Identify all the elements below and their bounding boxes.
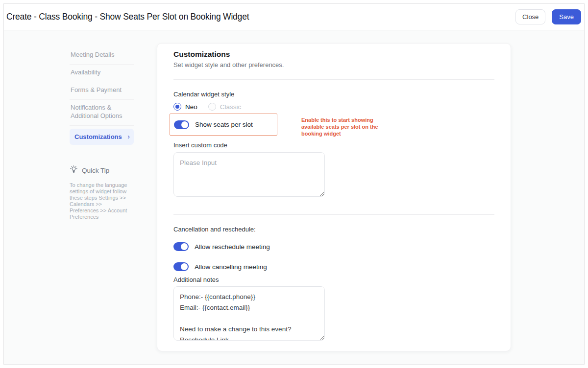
widget-style-radio-group: Neo Classic [173, 102, 494, 111]
divider [173, 79, 494, 80]
custom-code-textarea[interactable] [173, 152, 325, 197]
quick-tip: Quick Tip To change the language setting… [70, 165, 134, 220]
radio-disabled-icon [208, 103, 216, 111]
radio-option-neo[interactable]: Neo [173, 103, 197, 111]
additional-notes-label: Additional notes [173, 276, 494, 284]
body: Meeting Details Availability Forms & Pay… [4, 30, 584, 364]
allow-cancelling-toggle[interactable] [173, 262, 189, 271]
additional-notes-textarea[interactable]: Phone:- {{contact.phone}} Email:- {{cont… [173, 286, 325, 341]
radio-label-neo: Neo [185, 103, 197, 111]
lightbulb-icon [70, 165, 78, 176]
save-button[interactable]: Save [552, 9, 581, 24]
customizations-card: Customizations Set widget style and othe… [157, 43, 511, 351]
custom-code-label: Insert custom code [173, 141, 494, 149]
annotation-highlight-box: Show seats per slot [170, 114, 277, 136]
allow-reschedule-row: Allow reschedule meeting [173, 242, 494, 251]
sidebar-item-forms-payment[interactable]: Forms & Payment [70, 82, 134, 100]
show-seats-toggle[interactable] [174, 120, 189, 129]
header: Create - Class Booking - Show Seats Per … [4, 4, 584, 30]
nav-list: Meeting Details Availability Forms & Pay… [70, 47, 134, 145]
quick-tip-body: To change the language settings of widge… [70, 182, 129, 220]
radio-label-classic: Classic [220, 103, 242, 111]
sidebar-item-customizations[interactable]: Customizations › [70, 129, 134, 145]
show-seats-label: Show seats per slot [195, 121, 253, 128]
allow-cancelling-row: Allow cancelling meeting [173, 262, 494, 271]
quick-tip-header: Quick Tip [70, 165, 134, 176]
cancellation-label: Cancellation and reschedule: [173, 226, 494, 233]
annotation-text: Enable this to start showing available s… [301, 116, 389, 137]
sidebar: Meeting Details Availability Forms & Pay… [70, 47, 134, 220]
section-subtitle: Set widget style and other preferences. [173, 61, 494, 69]
toggle-knob [181, 263, 188, 270]
calendar-widget-style-label: Calendar widget style [173, 91, 494, 98]
section-title: Customizations [173, 50, 494, 58]
radio-option-classic: Classic [208, 103, 242, 111]
chevron-right-icon: › [127, 134, 130, 140]
allow-reschedule-label: Allow reschedule meeting [195, 243, 270, 251]
show-seats-row: Show seats per slot Enable this to start… [170, 114, 494, 136]
sidebar-item-label: Customizations [74, 133, 122, 141]
allow-reschedule-toggle[interactable] [173, 242, 189, 251]
sidebar-item-meeting-details[interactable]: Meeting Details [70, 47, 134, 65]
sidebar-item-availability[interactable]: Availability [70, 65, 134, 82]
quick-tip-title: Quick Tip [82, 167, 109, 174]
sidebar-item-notifications[interactable]: Notifications & Additional Options [70, 100, 134, 126]
close-button[interactable]: Close [515, 9, 545, 24]
toggle-knob [181, 121, 188, 128]
page-title: Create - Class Booking - Show Seats Per … [6, 12, 249, 22]
allow-cancelling-label: Allow cancelling meeting [195, 263, 267, 271]
page-frame: Create - Class Booking - Show Seats Per … [3, 3, 585, 365]
toggle-knob [181, 243, 188, 250]
divider [173, 214, 494, 215]
radio-selected-icon[interactable] [173, 103, 181, 111]
header-actions: Close Save [515, 9, 581, 24]
